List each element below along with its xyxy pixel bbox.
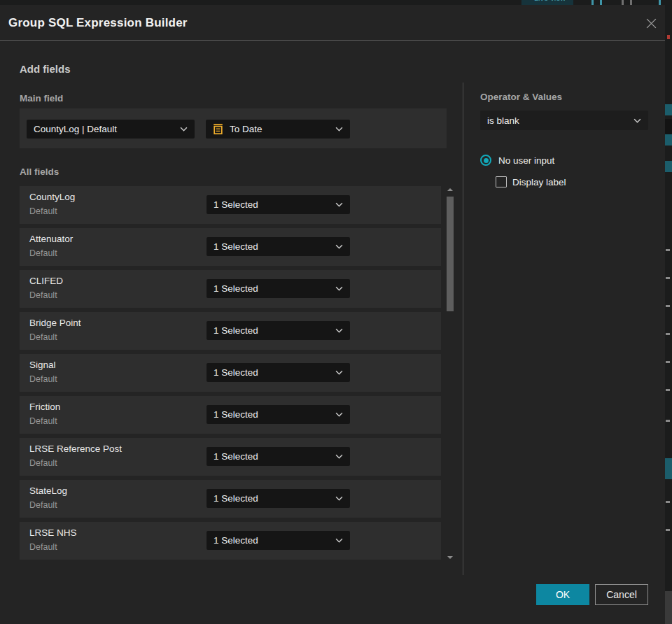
chevron-down-icon bbox=[335, 538, 343, 543]
dialog-title-bar: Group SQL Expression Builder bbox=[0, 5, 665, 41]
scrollbar-thumb[interactable] bbox=[447, 197, 454, 311]
field-selected-value: 1 Selected bbox=[214, 283, 331, 294]
no-user-input-label[interactable]: No user input bbox=[498, 155, 554, 166]
field-name: Bridge Point bbox=[29, 318, 81, 328]
field-selected-dropdown[interactable]: 1 Selected bbox=[206, 237, 350, 256]
chevron-down-icon bbox=[335, 496, 343, 501]
close-button[interactable] bbox=[644, 16, 658, 30]
scroll-down-arrow-icon[interactable] bbox=[447, 556, 453, 559]
chevron-down-icon bbox=[335, 202, 343, 207]
add-fields-heading: Add fields bbox=[20, 63, 71, 75]
chevron-down-icon bbox=[335, 454, 343, 459]
field-selected-dropdown[interactable]: 1 Selected bbox=[206, 405, 350, 424]
main-field-label: Main field bbox=[20, 93, 63, 104]
field-row: Bridge Point Default 1 Selected bbox=[20, 312, 441, 350]
operator-dropdown-value: is blank bbox=[487, 115, 629, 126]
field-name: Friction bbox=[29, 402, 60, 412]
chevron-down-icon bbox=[180, 127, 188, 132]
calendar-icon bbox=[213, 123, 223, 135]
field-sublabel: Default bbox=[29, 290, 57, 300]
field-row: StateLog Default 1 Selected bbox=[20, 480, 441, 518]
display-label-label[interactable]: Display label bbox=[512, 177, 566, 187]
toolbar-icon-fragment bbox=[622, 0, 624, 5]
field-selected-value: 1 Selected bbox=[214, 325, 331, 336]
field-row: Attenuator Default 1 Selected bbox=[20, 228, 441, 266]
app-fragment bbox=[666, 529, 670, 531]
field-selected-value: 1 Selected bbox=[214, 241, 331, 252]
field-selected-value: 1 Selected bbox=[214, 409, 331, 420]
field-sublabel: Default bbox=[29, 374, 57, 384]
all-fields-list: CountyLog Default 1 Selected Attenuator … bbox=[20, 186, 441, 564]
field-selected-dropdown[interactable]: 1 Selected bbox=[206, 321, 350, 340]
app-fragment bbox=[667, 35, 670, 39]
app-fragment bbox=[666, 249, 670, 251]
cancel-button[interactable]: Cancel bbox=[595, 584, 648, 605]
no-user-input-radio[interactable] bbox=[480, 155, 491, 166]
field-name: LRSE Reference Post bbox=[29, 444, 122, 454]
group-sql-expression-builder-dialog: Group SQL Expression Builder Add fields … bbox=[0, 5, 665, 624]
field-sublabel: Default bbox=[29, 542, 57, 552]
field-name: CountyLog bbox=[29, 192, 75, 202]
field-sublabel: Default bbox=[29, 248, 57, 258]
toolbar-icon-fragment bbox=[592, 0, 594, 5]
field-row: CLIFED Default 1 Selected bbox=[20, 270, 441, 308]
field-sublabel: Default bbox=[29, 458, 57, 468]
field-row: Friction Default 1 Selected bbox=[20, 396, 441, 434]
main-field-dropdown-value: CountyLog | Default bbox=[34, 124, 176, 134]
app-fragment bbox=[665, 161, 672, 172]
chevron-down-icon bbox=[335, 328, 343, 333]
field-name: StateLog bbox=[29, 485, 67, 496]
app-fragment bbox=[665, 104, 672, 115]
display-label-checkbox[interactable] bbox=[496, 176, 507, 187]
operator-values-heading: Operator & Values bbox=[480, 92, 562, 102]
operator-dropdown[interactable]: is blank bbox=[480, 111, 648, 130]
app-fragment bbox=[665, 458, 672, 479]
field-selected-value: 1 Selected bbox=[214, 367, 331, 378]
field-row: CountyLog Default 1 Selected bbox=[20, 186, 441, 224]
main-field-container: CountyLog | Default To Date bbox=[20, 108, 447, 148]
app-fragment bbox=[666, 420, 670, 422]
field-sublabel: Default bbox=[29, 500, 57, 510]
fields-list-scrollbar[interactable] bbox=[445, 184, 455, 560]
field-selected-dropdown[interactable]: 1 Selected bbox=[206, 195, 350, 214]
chevron-down-icon bbox=[335, 370, 343, 375]
all-fields-label: All fields bbox=[20, 166, 59, 177]
chevron-down-icon bbox=[335, 412, 343, 417]
chevron-down-icon bbox=[335, 244, 343, 249]
field-name: CLIFED bbox=[29, 276, 63, 286]
field-selected-dropdown[interactable]: 1 Selected bbox=[206, 363, 350, 382]
field-selected-dropdown[interactable]: 1 Selected bbox=[206, 447, 350, 466]
field-sublabel: Default bbox=[29, 332, 57, 342]
app-fragment bbox=[666, 333, 670, 335]
app-fragment bbox=[666, 277, 670, 279]
close-icon bbox=[645, 17, 657, 29]
field-row: LRSE NHS Default 1 Selected bbox=[20, 522, 441, 560]
chevron-down-icon bbox=[335, 127, 343, 132]
live-view-label: Live view bbox=[534, 0, 566, 2]
live-view-button-fragment: Live view bbox=[522, 0, 573, 5]
main-field-dropdown[interactable]: CountyLog | Default bbox=[27, 120, 195, 139]
field-selected-dropdown[interactable]: 1 Selected bbox=[206, 489, 350, 508]
radio-dot bbox=[484, 158, 489, 163]
field-selected-dropdown[interactable]: 1 Selected bbox=[206, 531, 350, 550]
field-selected-value: 1 Selected bbox=[214, 199, 331, 210]
field-sublabel: Default bbox=[29, 206, 57, 216]
field-name: Attenuator bbox=[29, 234, 73, 244]
chevron-down-icon bbox=[634, 118, 641, 123]
field-row: Signal Default 1 Selected bbox=[20, 354, 441, 392]
background-app-top-strip: Live view bbox=[0, 0, 672, 5]
app-fragment bbox=[666, 305, 670, 307]
toolbar-icon-fragment bbox=[630, 0, 632, 5]
date-field-dropdown[interactable]: To Date bbox=[206, 120, 350, 139]
scroll-up-arrow-icon[interactable] bbox=[447, 188, 453, 191]
background-app-right-strip bbox=[665, 0, 672, 624]
toolbar-icon-fragment bbox=[600, 0, 602, 5]
toolbar-icon-fragment bbox=[659, 0, 661, 5]
app-fragment bbox=[665, 119, 672, 134]
field-selected-value: 1 Selected bbox=[214, 451, 331, 462]
field-sublabel: Default bbox=[29, 416, 57, 426]
field-selected-dropdown[interactable]: 1 Selected bbox=[206, 279, 350, 298]
field-selected-value: 1 Selected bbox=[214, 535, 331, 546]
ok-button[interactable]: OK bbox=[536, 584, 589, 605]
date-field-dropdown-value: To Date bbox=[230, 124, 331, 134]
